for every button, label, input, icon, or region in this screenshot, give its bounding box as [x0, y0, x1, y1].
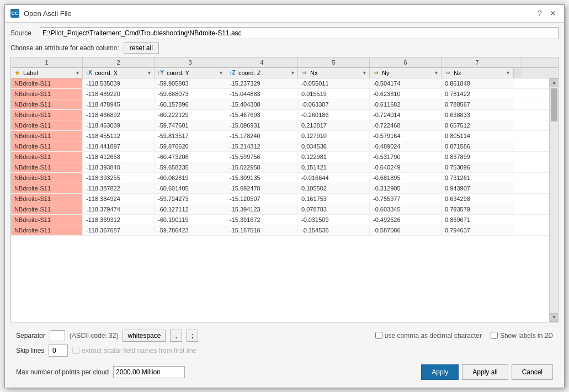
- table-cell: -118.478945: [83, 99, 155, 109]
- skip-lines-row: Skip lines extract scalar field names fr…: [16, 345, 553, 357]
- help-button[interactable]: ?: [534, 8, 545, 19]
- table-cell: -0.724014: [370, 110, 442, 120]
- col-dropdown-5[interactable]: ▼: [362, 70, 367, 76]
- table-cell: -15.044883: [226, 89, 298, 99]
- table-cell: NBdroite-S11: [11, 89, 83, 99]
- table-cell: -118.489220: [83, 89, 155, 99]
- table-cell: -118.369312: [83, 215, 155, 225]
- col-type-7[interactable]: ⇒ Nz ▼: [442, 68, 513, 78]
- table-cell: -59.724273: [155, 194, 226, 204]
- table-cell: 0.837899: [442, 152, 513, 162]
- col-dropdown-1[interactable]: ▼: [75, 70, 80, 76]
- separator-input[interactable]: [50, 330, 65, 341]
- source-label: Source: [10, 29, 35, 37]
- separator-label: Separator: [16, 332, 45, 340]
- table-row: NBdroite-S11-118.384924-59.724273-15.120…: [11, 194, 549, 204]
- table-cell: -15.022958: [226, 162, 298, 172]
- table-cell: -0.154536: [298, 225, 370, 235]
- show-labels-checkbox[interactable]: [491, 332, 498, 339]
- table-cell: 0.943907: [442, 183, 513, 193]
- source-input[interactable]: [40, 27, 559, 39]
- table-cell: -118.463039: [83, 120, 155, 130]
- col-type-text-5: Nx: [310, 70, 360, 76]
- skip-lines-label: Skip lines: [16, 347, 44, 354]
- table-cell: -59.747601: [155, 120, 226, 130]
- table-row: NBdroite-S11-118.367687-59.786423-15.167…: [11, 225, 549, 236]
- scroll-down-button[interactable]: ▼: [550, 313, 558, 322]
- col-type-text-2: coord. X: [95, 70, 145, 76]
- close-button[interactable]: ✕: [547, 8, 559, 19]
- table-cell: -15.599756: [226, 152, 298, 162]
- coord-x-col-icon: ↕X: [85, 69, 93, 77]
- table-body[interactable]: NBdroite-S11-118.535039-59.905803-15.237…: [11, 78, 549, 322]
- cancel-button[interactable]: Cancel: [512, 364, 553, 380]
- table-cell: -59.688073: [155, 89, 226, 99]
- whitespace-button[interactable]: whitespace: [123, 330, 166, 342]
- col-type-5[interactable]: ⇒ Nx ▼: [298, 68, 370, 78]
- table-cell: 0.151421: [298, 162, 370, 172]
- table-cell: -118.441897: [83, 141, 155, 151]
- table-cell: NBdroite-S11: [11, 152, 83, 162]
- col-type-3[interactable]: ↕Y coord. Y ▼: [155, 68, 226, 78]
- coord-z-col-icon: ↕Z: [228, 69, 236, 77]
- table-row: NBdroite-S11-118.369312-60.190119-15.391…: [11, 215, 549, 225]
- table-cell: 0.805114: [442, 131, 513, 141]
- max-points-label: Max number of points per cloud: [16, 368, 109, 376]
- title-bar-left: CC Open Ascii File: [10, 9, 72, 18]
- table-cell: -0.492626: [370, 215, 442, 225]
- use-comma-checkbox-label[interactable]: use comma as decimal character: [375, 332, 482, 340]
- col-dropdown-4[interactable]: ▼: [290, 70, 295, 76]
- table-cell: -0.579164: [370, 131, 442, 141]
- table-cell: 0.781422: [442, 89, 513, 99]
- col-type-4[interactable]: ↕Z coord. Z ▼: [226, 68, 298, 78]
- table-cell: -118.466892: [83, 110, 155, 120]
- table-cell: -118.379474: [83, 204, 155, 214]
- table-cell: 0.034536: [298, 141, 370, 151]
- attr-row: Choose an attribute for each column: res…: [10, 43, 559, 54]
- table-cell: -0.016644: [298, 173, 370, 183]
- table-cell: NBdroite-S11: [11, 173, 83, 183]
- apply-button[interactable]: Apply: [421, 364, 459, 380]
- table-cell: 0.078783: [298, 204, 370, 214]
- table-cell: -0.603345: [370, 204, 442, 214]
- use-comma-checkbox[interactable]: [375, 332, 382, 339]
- table-cell: -60.190119: [155, 215, 226, 225]
- col-type-6[interactable]: ⇒ Ny ▼: [370, 68, 442, 78]
- table-cell: -0.312905: [370, 183, 442, 193]
- extract-scalar-checkbox-label[interactable]: extract scalar field names from first li…: [72, 347, 196, 354]
- source-row: Source: [10, 27, 559, 39]
- table-cell: -60.062819: [155, 173, 226, 183]
- col-type-2[interactable]: ↕X coord. X ▼: [83, 68, 155, 78]
- semicolon-button[interactable]: ;: [187, 330, 198, 342]
- col-dropdown-2[interactable]: ▼: [147, 70, 152, 76]
- table-cell: -0.722468: [370, 120, 442, 130]
- table-cell: NBdroite-S11: [11, 131, 83, 141]
- comma-button[interactable]: ,: [170, 330, 182, 342]
- table-cell: -0.055011: [298, 78, 370, 88]
- col-dropdown-3[interactable]: ▼: [219, 70, 224, 76]
- table-cell: 0.869671: [442, 215, 513, 225]
- table-cell: -15.404308: [226, 99, 298, 109]
- vertical-scrollbar[interactable]: ▲ ▼: [549, 78, 558, 322]
- col-num-3: 3: [155, 57, 226, 67]
- table-cell: 0.753096: [442, 162, 513, 172]
- apply-all-button[interactable]: Apply all: [462, 364, 508, 380]
- col-dropdown-6[interactable]: ▼: [434, 70, 439, 76]
- table-cell: 0.213817: [298, 120, 370, 130]
- col-dropdown-7[interactable]: ▼: [506, 70, 510, 76]
- table-cell: -15.178240: [226, 131, 298, 141]
- table-cell: -59.658235: [155, 162, 226, 172]
- skip-lines-input[interactable]: [49, 345, 68, 357]
- table-cell: NBdroite-S11: [11, 110, 83, 120]
- scroll-up-button[interactable]: ▲: [550, 78, 558, 87]
- max-points-input[interactable]: [113, 366, 185, 378]
- scroll-thumb[interactable]: [551, 88, 557, 121]
- table-cell: NBdroite-S11: [11, 78, 83, 88]
- table-cell: -118.367687: [83, 225, 155, 235]
- column-type-header: ★ Label ▼ ↕X coord. X ▼ ↕Y coord. Y ▼ ↕Z…: [11, 68, 558, 78]
- reset-all-button[interactable]: reset all: [124, 43, 159, 54]
- show-labels-checkbox-label[interactable]: Show labels in 2D: [491, 332, 553, 340]
- table-cell: -118.455112: [83, 131, 155, 141]
- col-type-1[interactable]: ★ Label ▼: [11, 68, 83, 78]
- table-cell: -15.391672: [226, 215, 298, 225]
